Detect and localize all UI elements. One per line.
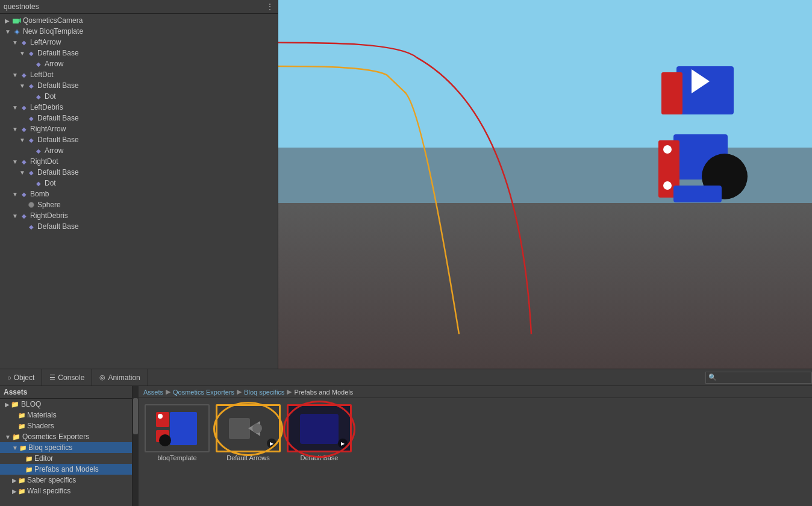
expand-arrow: ▼ (12, 213, 19, 219)
asset-tree-item-wall-specifics[interactable]: ▶ 📁 Wall specifics (0, 486, 132, 496)
folder-icon: 📁 (11, 401, 19, 408)
camera-icon (12, 16, 22, 25)
tree-item-rightarrow[interactable]: ▼ ◆ RightArrow (0, 123, 278, 134)
asset-label: Qosmetics Exporters (22, 433, 89, 441)
tree-label: Arrow (45, 60, 63, 68)
asset-content: Assets ▶ Qosmetics Exporters ▶ Bloq spec… (139, 386, 812, 506)
tree-item-leftarrow[interactable]: ▼ ◆ LeftArrow (0, 37, 278, 48)
tree-item-leftdot[interactable]: ▼ ◆ LeftDot (0, 69, 278, 80)
svg-rect-0 (13, 19, 19, 23)
expand-icon: ▶ (12, 488, 17, 495)
obj-icon: ◆ (27, 48, 36, 58)
svg-point-19 (252, 423, 262, 433)
scrollbar-thumb[interactable] (133, 398, 138, 434)
tree-label: Dot (45, 92, 56, 101)
tree-item-defaultbase2[interactable]: ▼ ◆ Default Base (0, 80, 278, 91)
asset-tile-default-base[interactable]: ▶ Default Base (287, 404, 352, 461)
hierarchy-menu-button[interactable]: ⋮ (266, 2, 274, 11)
tree-item-sphere[interactable]: ▶ Sphere (0, 199, 278, 210)
play-button-arrows[interactable]: ▶ (267, 439, 276, 448)
expand-icon: ▶ (12, 477, 17, 484)
asset-tree-item-bloq-specifics[interactable]: ▼ 📁 Bloq specifics (0, 442, 132, 453)
asset-tile-bloqtemplate[interactable]: bloqTemplate (145, 404, 210, 461)
tree-label: Default Base (37, 114, 79, 122)
bottom-section: Assets ▶ 📁 BLOQ ▶ 📁 Materials (0, 386, 812, 506)
assets-header: Assets (0, 386, 132, 399)
asset-tree-item-materials[interactable]: ▶ 📁 Materials (0, 410, 132, 420)
main-layout: questnotes ⋮ ▶ QosmeticsCamera ▼ ◈ (0, 0, 812, 506)
breadcrumb-assets[interactable]: Assets (143, 389, 163, 396)
tree-item-defaultbase3[interactable]: ▶ ◆ Default Base (0, 113, 278, 123)
tree-label: New BloqTemplate (23, 27, 83, 36)
tab-console[interactable]: ☰ Console (42, 369, 92, 386)
obj-icon: ◆ (19, 189, 29, 199)
asset-tree-item-editor[interactable]: ▶ 📁 Editor (0, 453, 132, 464)
tree-item-arrow1[interactable]: ▶ ◆ Arrow (0, 58, 278, 69)
tree-item-bloqtemplate[interactable]: ▼ ◈ New BloqTemplate (0, 26, 278, 37)
tree-label: Dot (45, 179, 56, 187)
obj-icon: ◆ (34, 146, 43, 155)
tree-item-rightdebris[interactable]: ▼ ◆ RightDebris (0, 210, 278, 221)
tree-item-arrow2[interactable]: ▶ ◆ Arrow (0, 145, 278, 156)
viewport[interactable] (278, 0, 812, 369)
obj-icon: ◆ (27, 167, 36, 177)
folder-icon: 📁 (19, 445, 27, 451)
hierarchy-panel: questnotes ⋮ ▶ QosmeticsCamera ▼ ◈ (0, 0, 278, 369)
tree-item-leftdebris[interactable]: ▼ ◆ LeftDebris (0, 102, 278, 113)
asset-tree-container: Assets ▶ 📁 BLOQ ▶ 📁 Materials (0, 386, 139, 506)
hierarchy-content[interactable]: ▶ QosmeticsCamera ▼ ◈ New BloqTemplate (0, 14, 278, 369)
breadcrumb-prefabs[interactable]: Prefabs and Models (294, 389, 353, 396)
breadcrumb-bloq-specifics[interactable]: Bloq specifics (244, 389, 284, 396)
svg-rect-14 (170, 412, 197, 445)
hierarchy-title: questnotes (4, 2, 39, 11)
svg-rect-2 (676, 66, 734, 114)
asset-grid: bloqTemplate ▶ (139, 398, 812, 467)
asset-label: Materials (27, 411, 57, 419)
prefab-icon: ◈ (12, 27, 22, 36)
tab-animation[interactable]: ◎ Animation (92, 369, 148, 386)
sphere-icon (27, 200, 36, 210)
expand-arrow: ▼ (12, 158, 19, 165)
tree-item-dot1[interactable]: ▶ ◆ Dot (0, 91, 278, 102)
asset-label: Wall specifics (27, 487, 70, 495)
folder-icon: 📁 (18, 477, 25, 484)
breadcrumb-qosmetics[interactable]: Qosmetics Exporters (173, 389, 234, 396)
expand-arrow: ▼ (19, 169, 27, 176)
play-button-base[interactable]: ▶ (338, 439, 348, 448)
tree-label: Default Base (37, 168, 79, 176)
tree-item-defaultbase6[interactable]: ▶ ◆ Default Base (0, 221, 278, 232)
tab-animation-label: Animation (108, 373, 140, 382)
search-input[interactable] (719, 373, 809, 382)
tree-item-camera[interactable]: ▶ QosmeticsCamera (0, 15, 278, 26)
tree-item-rightdot[interactable]: ▼ ◆ RightDot (0, 156, 278, 167)
asset-tree-scrollbar[interactable] (133, 386, 139, 506)
tree-item-dot2[interactable]: ▶ ◆ Dot (0, 178, 278, 189)
tree-item-defaultbase1[interactable]: ▼ ◆ Default Base (0, 48, 278, 58)
asset-tree-item-qosmetics[interactable]: ▼ 📁 Qosmetics Exporters (0, 431, 132, 442)
expand-arrow: ▼ (19, 83, 27, 89)
asset-tile-default-arrows[interactable]: ▶ Default Arrows (216, 404, 281, 461)
svg-point-16 (158, 414, 163, 419)
obj-icon: ◆ (27, 222, 36, 231)
tree-item-defaultbase4[interactable]: ▼ ◆ Default Base (0, 134, 278, 145)
obj-icon: ◆ (34, 92, 43, 101)
tree-item-bomb[interactable]: ▼ ◆ Bomb (0, 189, 278, 199)
tree-label: Default Base (37, 136, 79, 144)
tree-label: LeftDot (30, 70, 54, 79)
asset-tree-item-prefabs[interactable]: ▶ 📁 Prefabs and Models (0, 464, 132, 475)
tab-object[interactable]: ○ Object (0, 369, 42, 386)
asset-tree-item-saber-specifics[interactable]: ▶ 📁 Saber specifics (0, 475, 132, 486)
tree-item-defaultbase5[interactable]: ▼ ◆ Default Base (0, 167, 278, 178)
tree-label: LeftDebris (30, 103, 63, 111)
tree-label: Default Base (37, 49, 79, 57)
tree-label: Sphere (37, 201, 61, 209)
asset-label: Editor (34, 454, 53, 463)
asset-label: Shaders (27, 422, 54, 430)
expand-arrow: ▼ (12, 72, 19, 78)
search-bar[interactable]: 🔍 (705, 372, 812, 384)
asset-tree-item-bloq[interactable]: ▶ 📁 BLOQ (0, 399, 132, 410)
asset-tree-item-shaders[interactable]: ▶ 📁 Shaders (0, 420, 132, 431)
viewport-background (278, 0, 812, 369)
svg-rect-17 (229, 418, 250, 439)
3d-objects-area (655, 60, 752, 211)
